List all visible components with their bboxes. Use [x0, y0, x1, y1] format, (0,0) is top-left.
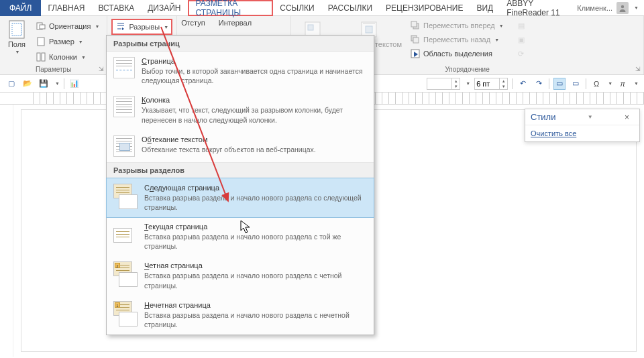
orientation-button[interactable]: Ориентация▼: [32, 19, 103, 34]
dd-item-desc: Вставка разрыва раздела и начало нового …: [144, 232, 367, 251]
dd-item-continuous[interactable]: Текущая страница Вставка разрыва раздела…: [107, 217, 374, 256]
qat-pi-icon[interactable]: π: [616, 78, 629, 90]
group-button: ▣: [513, 33, 529, 46]
tab-references[interactable]: ССЫЛКИ: [273, 0, 321, 16]
dd-section-section-breaks: Разрывы разделов: [107, 162, 374, 178]
group-icon: ▣: [516, 34, 527, 45]
chevron-down-icon: ▼: [81, 55, 86, 60]
dialog-launcher-icon[interactable]: ⇲: [97, 65, 105, 73]
svg-rect-4: [40, 25, 45, 29]
margins-icon: [7, 20, 26, 39]
user-area[interactable]: Клименк... ▼: [577, 2, 644, 14]
dd-item-title: Колонка: [142, 96, 367, 104]
breaks-button[interactable]: Разрывы▼: [111, 19, 172, 35]
dd-item-title: Текущая страница: [144, 223, 367, 231]
send-backward-button: Переместить назад▼: [407, 33, 506, 46]
bring-forward-button: Переместить вперед▼: [407, 19, 506, 32]
dd-item-even-page[interactable]: 2 Четная страница Вставка разрыва раздел…: [107, 256, 374, 295]
columns-button[interactable]: Колонки▼: [32, 50, 103, 64]
send-backward-label: Переместить назад: [423, 36, 490, 44]
svg-rect-7: [42, 53, 45, 61]
chevron-down-icon[interactable]: ▼: [55, 81, 60, 86]
dd-item-desc: Выбор точки, в которой заканчивается одн…: [142, 66, 367, 85]
bring-forward-label: Переместить вперед: [423, 21, 495, 29]
svg-rect-13: [411, 21, 417, 27]
dd-item-column[interactable]: Колонка Указывает, что текст, следующий …: [107, 91, 374, 129]
tab-abbyy[interactable]: ABBYY FineReader 11: [500, 0, 577, 16]
qat-open-icon[interactable]: 📂: [21, 78, 34, 90]
dd-item-title: Нечетная страница: [144, 301, 367, 309]
spacing-label: Интервал: [219, 19, 252, 27]
qat-view-2-icon[interactable]: ▭: [570, 78, 582, 90]
breaks-icon: [115, 21, 126, 32]
tab-design[interactable]: ДИЗАЙН: [141, 0, 187, 16]
spinner-1-input[interactable]: [427, 80, 451, 88]
tab-page-layout[interactable]: РАЗМЕТКА СТРАНИЦЫ: [188, 0, 274, 16]
dd-item-title: Страница: [142, 57, 367, 65]
font-size-input[interactable]: [475, 80, 499, 88]
size-label: Размер: [49, 38, 74, 46]
tab-insert[interactable]: ВСТАВКА: [91, 0, 141, 16]
tab-view[interactable]: ВИД: [470, 0, 500, 16]
tab-review[interactable]: РЕЦЕНЗИРОВАНИЕ: [379, 0, 470, 16]
clear-all-link[interactable]: Очистить все: [531, 129, 576, 137]
column-break-icon: [113, 96, 135, 117]
breaks-label: Разрывы: [129, 23, 160, 31]
chevron-down-icon[interactable]: ▼: [588, 114, 593, 120]
size-button[interactable]: Размер▼: [32, 34, 103, 49]
tab-home[interactable]: ГЛАВНАЯ: [41, 0, 91, 16]
selection-pane-icon: [410, 48, 421, 59]
close-icon[interactable]: ×: [625, 113, 634, 122]
tab-mailings[interactable]: РАССЫЛКИ: [321, 0, 379, 16]
font-size-spinner[interactable]: ▲▼: [474, 78, 508, 90]
qat-new-icon[interactable]: ▢: [5, 78, 17, 90]
next-page-section-icon: [113, 184, 138, 211]
even-page-section-icon: 2: [113, 261, 138, 288]
odd-page-section-icon: 1: [113, 301, 138, 328]
send-backward-icon: [410, 34, 421, 45]
svg-rect-6: [37, 53, 40, 61]
file-tab[interactable]: ФАЙЛ: [0, 0, 41, 16]
qat-omega-icon[interactable]: Ω: [590, 78, 602, 90]
qat-view-1-icon[interactable]: ▭: [553, 78, 566, 90]
chevron-down-icon: ▼: [164, 25, 168, 29]
dd-item-desc: Указывает, что текст, следующий за разры…: [142, 105, 367, 124]
user-caret-icon: ▼: [634, 5, 639, 10]
dd-item-desc: Вставка разрыва раздела и начало нового …: [144, 271, 367, 290]
bring-forward-icon: [410, 20, 421, 31]
chevron-down-icon: ▼: [78, 40, 83, 44]
qat-undo-icon[interactable]: ↶: [517, 78, 529, 90]
page-break-icon: [113, 57, 135, 78]
align-button: ▤: [513, 19, 529, 32]
rotate-button: ⟳: [513, 47, 529, 60]
indent-label: Отступ: [181, 19, 205, 27]
svg-rect-5: [38, 38, 44, 46]
margins-button[interactable]: Поля ▼: [4, 19, 30, 64]
qat-graph-icon[interactable]: 📊: [68, 78, 80, 90]
columns-icon: [36, 52, 46, 62]
dd-item-desc: Обтекание текста вокруг объектов на веб-…: [142, 145, 367, 154]
dialog-launcher-icon[interactable]: ⇲: [634, 65, 642, 73]
selection-pane-button[interactable]: Область выделения: [407, 47, 506, 60]
dd-item-page[interactable]: Страница Выбор точки, в которой заканчив…: [107, 52, 374, 91]
qat-redo-icon[interactable]: ↷: [533, 78, 545, 90]
dd-item-desc: Вставка разрыва раздела и начало нового …: [144, 193, 367, 212]
orientation-label: Ориентация: [49, 22, 91, 30]
dd-item-text-wrapping[interactable]: Обтекание текстом Обтекание текста вокру…: [107, 130, 374, 162]
page-setup-group-label: Параметры: [4, 64, 103, 73]
svg-rect-9: [308, 25, 313, 30]
dd-item-title: Обтекание текстом: [142, 135, 367, 143]
user-name: Клименк...: [577, 4, 612, 12]
dd-item-next-page[interactable]: Следующая страница Вставка разрыва разде…: [106, 178, 374, 218]
dd-item-desc: Вставка разрыва раздела и начало нового …: [144, 310, 367, 329]
qat-save-icon[interactable]: 💾: [38, 78, 50, 90]
dd-item-title: Четная страница: [144, 261, 367, 270]
ribbon-group-page-setup: Поля ▼ Ориентация▼ Размер▼ Колонки▼ Пара…: [0, 16, 107, 74]
selection-pane-label: Область выделения: [423, 50, 492, 58]
vertical-ruler[interactable]: [0, 105, 13, 357]
dd-item-title: Следующая страница: [144, 184, 367, 192]
spinner-1[interactable]: ▲▼: [427, 78, 460, 90]
dd-item-odd-page[interactable]: 1 Нечетная страница Вставка разрыва разд…: [107, 296, 374, 335]
chevron-down-icon: ▼: [15, 50, 20, 54]
align-icon: ▤: [516, 20, 527, 31]
